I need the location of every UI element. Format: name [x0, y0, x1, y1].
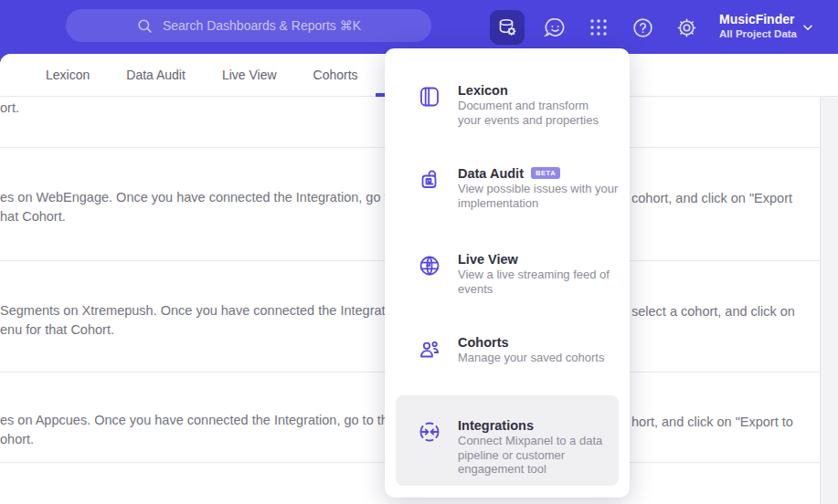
search-input[interactable]: Search Dashboards & Reports ⌘K — [66, 9, 431, 42]
menu-item-live-view[interactable]: Live View View a live streaming feed of … — [418, 251, 619, 296]
row-text: cohort, and click on "Export — [631, 191, 792, 205]
menu-item-cohorts[interactable]: Cohorts Manage your saved cohorts — [418, 334, 619, 365]
settings-button[interactable] — [669, 10, 704, 45]
cohorts-icon — [418, 337, 441, 361]
search-placeholder: Search Dashboards & Reports ⌘K — [163, 18, 361, 33]
help-icon — [631, 16, 654, 39]
scrollbar-track[interactable] — [820, 97, 838, 504]
row-text: hat Cohort. — [0, 209, 66, 224]
lexicon-icon — [418, 85, 441, 109]
apps-grid-icon — [588, 16, 610, 38]
row-text: Segments on Xtremepush. Once you have co… — [0, 303, 407, 318]
project-subtitle: All Project Data — [719, 27, 797, 41]
row-text: enu for that Cohort. — [0, 322, 114, 337]
menu-item-title: Data Audit — [458, 165, 524, 182]
tab-live-view[interactable]: Live View — [222, 68, 277, 82]
row-text: ort. — [0, 100, 19, 115]
nav-dropdown-menu: Lexicon Document and transform your even… — [385, 48, 630, 498]
menu-item-data-audit[interactable]: Data Audit BETA View possible issues wit… — [418, 165, 619, 210]
menu-item-desc: Manage your saved cohorts — [458, 351, 604, 365]
apps-button[interactable] — [581, 10, 616, 45]
row-text: ohort. — [0, 432, 34, 446]
menu-item-title: Integrations — [458, 417, 534, 434]
data-management-button[interactable] — [490, 10, 525, 45]
tab-cohorts[interactable]: Cohorts — [313, 68, 358, 82]
menu-item-lexicon[interactable]: Lexicon Document and transform your even… — [418, 82, 619, 127]
menu-item-title: Cohorts — [458, 334, 509, 351]
menu-item-desc: View a live streaming feed of — [458, 268, 610, 282]
beta-badge: BETA — [531, 167, 560, 179]
row-text: es on WebEngage. Once you have connected… — [0, 190, 418, 205]
project-name: MusicFinder — [719, 11, 797, 27]
menu-item-title: Live View — [458, 251, 518, 268]
tab-lexicon[interactable]: Lexicon — [46, 68, 90, 82]
help-button[interactable] — [625, 10, 660, 45]
menu-item-desc: events — [458, 282, 610, 297]
menu-item-desc: View possible issues with your — [458, 182, 618, 196]
menu-item-desc: implementation — [458, 196, 618, 211]
search-icon — [136, 17, 154, 35]
menu-item-desc: Document and transform — [458, 99, 599, 113]
menu-item-desc: Connect Mixpanel to a data — [458, 434, 602, 448]
app-window: Lexicon Data Audit Live View Cohorts ort… — [0, 0, 838, 504]
menu-item-desc: engagement tool — [458, 462, 602, 477]
live-view-icon — [418, 254, 441, 278]
chevron-down-icon[interactable] — [801, 21, 814, 34]
database-gear-icon — [496, 16, 518, 38]
project-switcher[interactable]: MusicFinder All Project Data — [719, 11, 797, 41]
menu-item-integrations[interactable]: Integrations Connect Mixpanel to a data … — [418, 417, 619, 477]
feedback-button[interactable] — [537, 10, 572, 45]
feedback-smiley-icon — [544, 16, 567, 39]
integrations-icon — [418, 420, 441, 444]
row-text: es on Appcues. Once you have connected t… — [0, 413, 410, 427]
tab-data-audit[interactable]: Data Audit — [126, 68, 186, 82]
row-text: select a cohort, and click on — [631, 304, 795, 319]
menu-item-title: Lexicon — [458, 82, 508, 99]
menu-item-desc: your events and properties — [458, 113, 599, 128]
data-audit-icon — [418, 168, 441, 192]
menu-item-desc: pipeline or customer — [458, 448, 602, 463]
settings-gear-icon — [675, 16, 698, 39]
row-text: hort, and click on "Export to — [631, 415, 793, 429]
